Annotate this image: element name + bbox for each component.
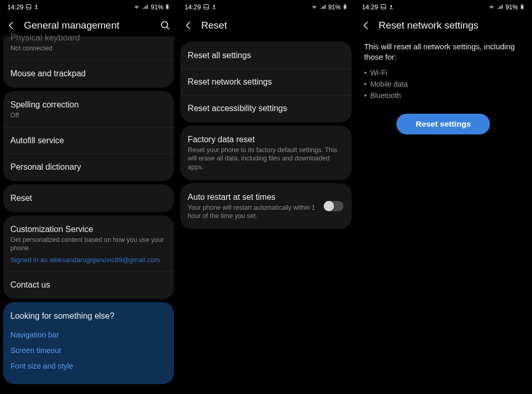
page-title: Reset (201, 20, 348, 31)
contact-us-title: Contact us (10, 280, 167, 290)
card-reset-options: Reset all settings Reset network setting… (180, 42, 351, 123)
image-icon (25, 4, 32, 11)
back-icon[interactable] (361, 20, 371, 31)
page-title: Reset network settings (379, 20, 526, 31)
reset-title: Reset (10, 193, 167, 203)
status-time: 14:29 (184, 4, 201, 11)
signal-icon (497, 4, 504, 11)
lfse-link-navigation-bar[interactable]: Navigation bar (10, 327, 167, 343)
app-header: Reset network settings (355, 15, 532, 36)
reset-settings-button[interactable]: Reset settings (396, 114, 490, 134)
app-header: Reset (177, 15, 354, 36)
card-input-devices: Physical keyboard Not connected Mouse an… (3, 36, 174, 88)
reset-accessibility-title: Reset accessibility settings (188, 103, 344, 114)
svg-rect-0 (26, 4, 31, 9)
row-reset-all[interactable]: Reset all settings (180, 43, 351, 69)
svg-rect-11 (522, 5, 523, 8)
row-autofill[interactable]: Autofill service (3, 127, 174, 154)
status-time: 14:29 (362, 4, 378, 11)
bullet-wifi: Wi-Fi (364, 67, 523, 78)
svg-rect-8 (344, 4, 345, 5)
svg-rect-2 (167, 5, 168, 8)
battery-pct: 91% (151, 4, 163, 11)
row-spelling-correction[interactable]: Spelling correction Off (3, 92, 174, 127)
row-customization-service[interactable]: Customization Service Get personalized c… (3, 216, 174, 271)
row-contact-us[interactable]: Contact us (3, 271, 174, 298)
reset-network-title: Reset network settings (188, 77, 344, 87)
spelling-sub: Off (10, 111, 167, 119)
status-bar: 14:29 91% (355, 0, 532, 15)
bullet-bluetooth: Bluetooth (364, 90, 523, 101)
signal-icon (320, 4, 327, 11)
customization-sub: Get personalized content based on how yo… (10, 236, 167, 253)
status-bar: 14:29 91% (177, 0, 354, 15)
svg-rect-12 (522, 4, 523, 5)
personal-dictionary-title: Personal dictionary (10, 162, 167, 172)
svg-point-4 (162, 22, 168, 28)
battery-pct: 91% (506, 4, 518, 11)
search-icon[interactable] (159, 20, 171, 31)
lfse-header: Looking for something else? (10, 311, 167, 321)
image-icon (203, 4, 209, 11)
bullet-mobile-data: Mobile data (364, 78, 523, 90)
auto-restart-sub: Your phone will restart automatically wi… (188, 203, 320, 221)
screen-reset: 14:29 91% Reset Reset all settings Reset… (177, 0, 354, 394)
factory-title: Factory data reset (188, 134, 344, 145)
physical-keyboard-title: Physical keyboard (10, 32, 167, 43)
svg-rect-5 (204, 4, 208, 9)
factory-sub: Reset your phone to its factory default … (188, 146, 344, 171)
customization-title: Customization Service (10, 224, 167, 235)
reset-network-desc: This will reset all network settings, in… (355, 36, 532, 66)
svg-rect-7 (344, 5, 345, 8)
row-factory-reset[interactable]: Factory data reset Reset your phone to i… (180, 127, 351, 179)
card-auto-restart: Auto restart at set times Your phone wil… (180, 183, 351, 229)
row-auto-restart[interactable]: Auto restart at set times Your phone wil… (180, 184, 351, 228)
wifi-icon (311, 4, 318, 11)
battery-icon (520, 3, 525, 12)
card-text-input: Spelling correction Off Autofill service… (3, 91, 174, 181)
autofill-title: Autofill service (10, 135, 167, 146)
back-icon[interactable] (6, 20, 17, 31)
row-reset-network[interactable]: Reset network settings (180, 69, 351, 95)
reset-network-bullets: Wi-Fi Mobile data Bluetooth (355, 66, 532, 112)
auto-restart-title: Auto restart at set times (188, 192, 320, 202)
wifi-icon (488, 4, 495, 11)
card-customization: Customization Service Get personalized c… (3, 215, 174, 299)
download-icon (389, 4, 394, 11)
battery-pct: 91% (328, 4, 341, 11)
status-bar: 14:29 91% (0, 0, 177, 15)
mouse-trackpad-title: Mouse and trackpad (10, 69, 167, 79)
svg-rect-9 (381, 4, 385, 9)
battery-icon (165, 3, 170, 12)
customization-signin-link: Signed in as aleksandarognjanovic89@gmai… (10, 256, 167, 264)
image-icon (380, 4, 387, 11)
back-icon[interactable] (183, 20, 194, 31)
physical-keyboard-sub: Not connected (10, 44, 167, 52)
row-personal-dictionary[interactable]: Personal dictionary (3, 154, 174, 180)
page-title: General management (24, 20, 152, 31)
card-looking-for-else: Looking for something else? Navigation b… (3, 302, 174, 384)
screen-reset-network: 14:29 91% Reset network settings This wi… (355, 0, 532, 394)
row-reset[interactable]: Reset (3, 185, 174, 211)
status-time: 14:29 (7, 4, 23, 11)
signal-icon (142, 4, 149, 11)
upload-icon (211, 4, 217, 11)
row-mouse-trackpad[interactable]: Mouse and trackpad (3, 60, 174, 87)
upload-icon (34, 4, 39, 11)
battery-icon (342, 3, 348, 12)
lfse-link-screen-timeout[interactable]: Screen timeout (10, 343, 167, 358)
row-physical-keyboard[interactable]: Physical keyboard Not connected (3, 36, 174, 60)
spelling-title: Spelling correction (10, 100, 167, 110)
wifi-icon (133, 4, 140, 11)
screen-general-management: 14:29 91% General management (0, 0, 177, 394)
lfse-link-font-size-style[interactable]: Font size and style (10, 358, 167, 374)
svg-rect-3 (167, 4, 168, 5)
reset-all-title: Reset all settings (188, 50, 344, 61)
auto-restart-toggle[interactable] (324, 201, 343, 211)
card-reset: Reset (3, 184, 174, 212)
row-reset-accessibility[interactable]: Reset accessibility settings (180, 95, 351, 121)
card-factory-reset: Factory data reset Reset your phone to i… (180, 126, 351, 180)
